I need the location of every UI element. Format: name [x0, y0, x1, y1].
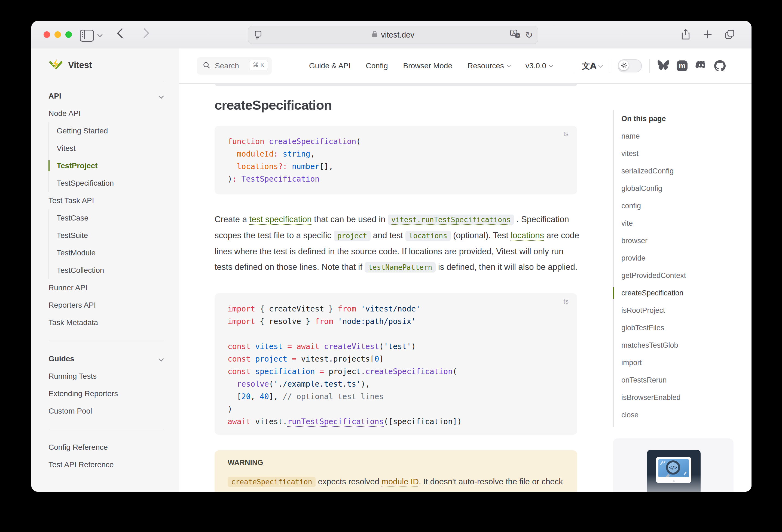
sponsor-card[interactable]: </> [613, 438, 734, 492]
nav-link-guide-api[interactable]: Guide & API [309, 62, 351, 70]
inline-link[interactable]: locations [511, 230, 544, 240]
sidebar-item-testspecification[interactable]: TestSpecification [57, 175, 164, 192]
bluesky-icon[interactable] [657, 60, 669, 72]
search-label: Search [215, 62, 239, 70]
new-tab-icon[interactable] [703, 29, 713, 41]
search-icon [203, 62, 211, 70]
sidebar-item-testproject[interactable]: TestProject [57, 157, 164, 175]
vitest-logo-icon [48, 57, 63, 73]
toc-item-isbrowserenabled[interactable]: isBrowserEnabled [621, 389, 730, 406]
sidebar-item-test-api-reference[interactable]: Test API Reference [48, 456, 164, 473]
sidebar-item-testcollection[interactable]: TestCollection [57, 262, 164, 279]
inline-code: createSpecification [227, 477, 316, 487]
inline-code[interactable]: vitest.runTestSpecifications [388, 215, 514, 225]
search-button[interactable]: Search ⌘ K [197, 57, 272, 75]
theme-toggle-knob [619, 61, 629, 70]
sidebar-item-reporters-api[interactable]: Reporters API [48, 296, 164, 314]
sidebar-item-node-api[interactable]: Node API [48, 105, 164, 122]
navbar-divider [574, 59, 574, 73]
example-code-block[interactable]: ts import { createVitest } from 'vitest/… [215, 293, 577, 435]
toc-item-import[interactable]: import [621, 354, 730, 371]
sidebar-item-testcase[interactable]: TestCase [57, 209, 164, 227]
inline-link[interactable]: test specification [249, 215, 312, 224]
page-title: createSpecification [215, 98, 332, 113]
desktop-background: vitest.dev A 文 ↻ [0, 0, 782, 532]
mastodon-icon[interactable]: m [677, 61, 687, 71]
warning-title: WARNING [227, 459, 564, 467]
code-lang-label: ts [563, 130, 569, 138]
toc-item-vitest[interactable]: vitest [621, 145, 730, 162]
toc-item-ontestsrerun[interactable]: onTestsRerun [621, 371, 730, 389]
sidebar-item-getting-started[interactable]: Getting Started [57, 122, 164, 140]
sponsor-illustration: </> [647, 450, 701, 492]
toc-item-provide[interactable]: provide [621, 249, 730, 267]
back-button[interactable] [117, 28, 127, 38]
navbar-divider [610, 59, 610, 73]
toc-item-browser[interactable]: browser [621, 232, 730, 249]
minimize-window-button[interactable] [55, 31, 61, 38]
share-icon[interactable] [680, 28, 691, 41]
nav-link-resources[interactable]: Resources [467, 62, 510, 70]
nav-link-browser-mode[interactable]: Browser Mode [403, 62, 452, 70]
sidebar-item-task-metadata[interactable]: Task Metadata [48, 314, 164, 331]
site-logo[interactable]: Vitest [48, 48, 164, 82]
svg-text:A: A [512, 31, 515, 36]
translate-page-icon[interactable]: A 文 [510, 30, 521, 40]
text-run: (optional). Test [451, 230, 511, 240]
sidebar-toggle-icon[interactable] [80, 30, 94, 42]
sidebar-item-extending-reporters[interactable]: Extending Reporters [48, 385, 164, 402]
inline-code[interactable]: testNamePattern [365, 262, 436, 273]
toc-item-globtestfiles[interactable]: globTestFiles [621, 319, 730, 336]
signature-code-block[interactable]: ts function createSpecification( moduleI… [215, 126, 577, 194]
warning-body: createSpecification expects resolved mod… [227, 474, 564, 492]
warning-callout: WARNING createSpecification expects reso… [215, 450, 577, 492]
sidebar-item-testsuite[interactable]: TestSuite [57, 227, 164, 244]
sidebar-item-test-task-api[interactable]: Test Task API [48, 192, 164, 209]
text-run: Create a [215, 215, 249, 224]
toc-list: namevitestserializedConfigglobalConfigco… [621, 128, 730, 424]
toc-title: On this page [621, 110, 730, 128]
inline-link[interactable]: module ID [382, 477, 419, 486]
toc-item-serializedconfig[interactable]: serializedConfig [621, 162, 730, 180]
discord-icon[interactable] [695, 60, 707, 72]
chevron-down-icon[interactable] [97, 32, 103, 37]
tab-overview-icon[interactable] [724, 29, 735, 41]
toc-item-globalconfig[interactable]: globalConfig [621, 180, 730, 197]
navbar-divider [649, 59, 650, 73]
theme-toggle[interactable] [618, 59, 642, 72]
on-this-page: On this page namevitestserializedConfigg… [613, 110, 730, 427]
sidebar-section-api[interactable]: API [48, 87, 164, 105]
close-window-button[interactable] [43, 31, 50, 38]
url-text: vitest.dev [381, 31, 415, 39]
toc-item-close[interactable]: close [621, 406, 730, 424]
sidebar-item-runner-api[interactable]: Runner API [48, 279, 164, 296]
nav-link-config[interactable]: Config [366, 62, 388, 70]
sidebar-item-vitest[interactable]: Vitest [57, 140, 164, 157]
toc-item-getprovidedcontext[interactable]: getProvidedContext [621, 267, 730, 284]
sidebar-item-custom-pool[interactable]: Custom Pool [48, 402, 164, 420]
doc-content: createSpecification ts function createSp… [179, 84, 751, 492]
inline-code: locations [405, 230, 451, 241]
toc-item-vite[interactable]: vite [621, 215, 730, 232]
browser-titlebar: vitest.dev A 文 ↻ [31, 21, 751, 49]
sidebar-section-guides[interactable]: Guides [48, 350, 164, 367]
previous-codeblock-sliver [215, 84, 577, 86]
browser-window: vitest.dev A 文 ↻ [31, 21, 751, 492]
toc-item-name[interactable]: name [621, 128, 730, 145]
sidebar-item-config-reference[interactable]: Config Reference [48, 438, 164, 456]
language-menu[interactable]: 文A [582, 61, 602, 72]
nav-link-v3-0-0[interactable]: v3.0.0 [526, 62, 553, 70]
sidebar-item-testmodule[interactable]: TestModule [57, 244, 164, 262]
github-icon[interactable] [714, 60, 725, 72]
toc-item-config[interactable]: config [621, 197, 730, 215]
text-run: is defined, then it will also be applied… [436, 262, 577, 272]
zoom-window-button[interactable] [65, 31, 72, 38]
toc-item-isrootproject[interactable]: isRootProject [621, 302, 730, 319]
text-run: that can be used in [312, 215, 388, 224]
sun-icon [621, 62, 627, 68]
reload-icon[interactable]: ↻ [525, 29, 533, 40]
toc-item-matchestestglob[interactable]: matchesTestGlob [621, 336, 730, 354]
toc-item-createspecification[interactable]: createSpecification [621, 284, 730, 302]
address-bar[interactable]: vitest.dev A 文 ↻ [248, 26, 538, 44]
sidebar-item-running-tests[interactable]: Running Tests [48, 367, 164, 385]
